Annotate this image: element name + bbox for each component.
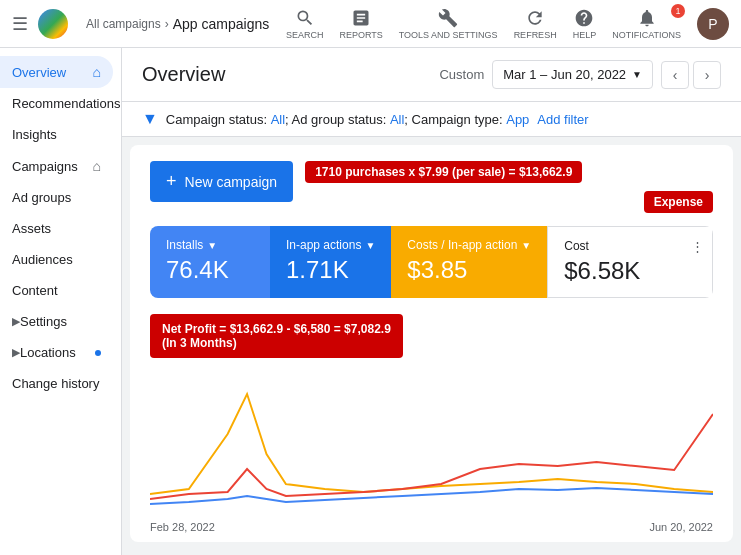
metric-inapp-actions: In-app actions ▼ 1.71K [270,226,391,298]
date-nav-arrows: ‹ › [661,61,721,89]
cost-per-action-value: $3.85 [407,256,531,284]
help-icon-btn[interactable]: HELP [573,8,597,40]
sidebar-changehistory-label: Change history [12,376,101,391]
top-bar: ☰ All campaigns › App campaigns SEARCH R… [0,0,741,48]
date-prev-arrow[interactable]: ‹ [661,61,689,89]
search-icon-btn[interactable]: SEARCH [286,8,324,40]
sidebar-item-adgroups[interactable]: Ad groups [0,182,113,213]
help-label: HELP [573,30,597,40]
sidebar-insights-label: Insights [12,127,101,142]
sidebar-item-overview[interactable]: Overview ⌂ [0,56,113,88]
main-layout: Overview ⌂ Recommendations Insights Camp… [0,48,741,555]
metric-installs: Installs ▼ 76.4K [150,226,270,298]
tools-label: TOOLS AND SETTINGS [399,30,498,40]
content-area: Overview Custom Mar 1 – Jun 20, 2022 ▼ ‹… [122,48,741,555]
home-icon: ⌂ [93,64,101,80]
sidebar-item-changehistory[interactable]: Change history [0,368,113,399]
notifications-label: NOTIFICATIONS [612,30,681,40]
refresh-icon-btn[interactable]: REFRESH [514,8,557,40]
campaign-section: + New campaign 1710 purchases x $7.99 (p… [130,145,733,542]
date-range-text: Mar 1 – Jun 20, 2022 [503,67,626,82]
add-filter-button[interactable]: Add filter [537,112,588,127]
metric-cost-per-action: Costs / In-app action ▼ $3.85 [391,226,547,298]
top-bar-right: SEARCH REPORTS TOOLS AND SETTINGS REFRES… [286,8,729,40]
breadcrumb-arrow: › [165,17,169,31]
cost-label: Cost [564,239,696,253]
logo-circle [38,9,68,39]
sidebar-item-campaigns[interactable]: Campaigns ⌂ [0,150,113,182]
sidebar-audiences-label: Audiences [12,252,101,267]
breadcrumb-current: App campaigns [173,16,270,32]
date-dropdown-arrow: ▼ [632,69,642,80]
notifications-icon-btn[interactable]: 1 NOTIFICATIONS [612,8,681,40]
chart-labels: Feb 28, 2022 Jun 20, 2022 [150,521,713,533]
date-selector: Custom Mar 1 – Jun 20, 2022 ▼ ‹ › [439,60,721,89]
chart-label-start: Feb 28, 2022 [150,521,215,533]
sidebar-overview-label: Overview [12,65,93,80]
breadcrumb-parent[interactable]: All campaigns [86,17,161,31]
inapp-actions-dropdown-arrow[interactable]: ▼ [365,240,375,251]
cost-per-action-dropdown-arrow[interactable]: ▼ [521,240,531,251]
cost-per-action-label: Costs / In-app action ▼ [407,238,531,252]
installs-label: Installs ▼ [166,238,254,252]
google-ads-logo [38,9,68,39]
reports-icon-btn[interactable]: REPORTS [339,8,382,40]
filter-bar: ▼ Campaign status: All; Ad group status:… [122,102,741,137]
annotations-area: 1710 purchases x $7.99 (per sale) = $13,… [305,161,713,213]
sidebar: Overview ⌂ Recommendations Insights Camp… [0,48,122,555]
metric-more-button[interactable]: ⋮ [691,239,704,254]
installs-value: 76.4K [166,256,254,284]
installs-dropdown-arrow[interactable]: ▼ [207,240,217,251]
chart-label-end: Jun 20, 2022 [649,521,713,533]
top-bar-left: ☰ All campaigns › App campaigns [12,9,269,39]
sidebar-recommendations-label: Recommendations [12,96,120,111]
breadcrumb: All campaigns › App campaigns [86,16,269,32]
locations-dot [95,350,101,356]
custom-label: Custom [439,67,484,82]
inapp-actions-value: 1.71K [286,256,375,284]
inapp-actions-label: In-app actions ▼ [286,238,375,252]
search-label: SEARCH [286,30,324,40]
campaign-type-link[interactable]: App [506,112,529,127]
tools-icon-btn[interactable]: TOOLS AND SETTINGS [399,8,498,40]
date-range-button[interactable]: Mar 1 – Jun 20, 2022 ▼ [492,60,653,89]
chart-area: Feb 28, 2022 Jun 20, 2022 [150,366,713,526]
new-campaign-button[interactable]: + New campaign [150,161,293,202]
formula-annotation: 1710 purchases x $7.99 (per sale) = $13,… [305,161,582,183]
sidebar-item-locations[interactable]: ▶ Locations [0,337,113,368]
adgroup-status-link[interactable]: All [390,112,404,127]
notification-badge-count: 1 [671,4,685,18]
sidebar-content-label: Content [12,283,101,298]
overview-header: Overview Custom Mar 1 – Jun 20, 2022 ▼ ‹… [122,48,741,102]
net-profit-annotation: Net Profit = $13,662.9 - $6,580 = $7,082… [150,314,403,358]
new-campaign-area: + New campaign [150,161,293,218]
campaign-status-link[interactable]: All [271,112,285,127]
sidebar-item-content[interactable]: Content [0,275,113,306]
cost-value: $6.58K [564,257,696,285]
refresh-label: REFRESH [514,30,557,40]
sidebar-campaigns-label: Campaigns [12,159,93,174]
filter-icon: ▼ [142,110,158,128]
new-campaign-label: New campaign [185,174,278,190]
chart-svg [150,374,713,514]
sidebar-item-recommendations[interactable]: Recommendations [0,88,113,119]
sidebar-assets-label: Assets [12,221,101,236]
filter-text: Campaign status: All; Ad group status: A… [166,112,530,127]
top-row: + New campaign 1710 purchases x $7.99 (p… [150,161,713,218]
avatar[interactable]: P [697,8,729,40]
plus-icon: + [166,171,177,192]
sidebar-item-insights[interactable]: Insights [0,119,113,150]
sidebar-adgroups-label: Ad groups [12,190,101,205]
metric-cost: Cost $6.58K ⋮ [547,226,713,298]
home-icon-campaigns: ⌂ [93,158,101,174]
bottom-panels: ⊞ Biggest changes Cost ▼ ⋮ Mar 1 – Jun 2… [122,550,741,555]
date-next-arrow[interactable]: › [693,61,721,89]
sidebar-item-settings[interactable]: ▶ Settings [0,306,113,337]
sidebar-item-assets[interactable]: Assets [0,213,113,244]
metrics-row: Installs ▼ 76.4K In-app actions ▼ 1.71K … [150,226,713,298]
sidebar-settings-label: Settings [20,314,101,329]
page-title: Overview [142,63,427,86]
hamburger-icon[interactable]: ☰ [12,13,28,35]
reports-label: REPORTS [339,30,382,40]
sidebar-item-audiences[interactable]: Audiences [0,244,113,275]
